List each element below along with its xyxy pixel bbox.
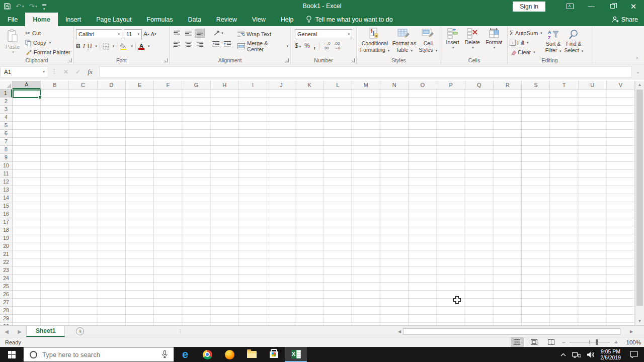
row-header-11[interactable]: 11 — [0, 170, 12, 178]
format-cells-button[interactable]: Format ▾ — [486, 28, 502, 57]
fill-color-icon[interactable] — [120, 43, 127, 50]
zoom-slider[interactable] — [570, 342, 610, 342]
increase-font-size-icon[interactable]: A▴ — [143, 31, 149, 38]
underline-dropdown[interactable]: ▾ — [95, 44, 97, 48]
comma-format-icon[interactable]: , — [313, 43, 315, 48]
row-header-19[interactable]: 19 — [0, 234, 12, 242]
start-button[interactable] — [0, 347, 23, 362]
horizontal-scrollbar[interactable]: ◀ ▶ — [396, 327, 635, 336]
row-header-23[interactable]: 23 — [0, 266, 12, 275]
column-header-m[interactable]: M — [352, 81, 380, 89]
row-header-14[interactable]: 14 — [0, 194, 12, 202]
row-header-27[interactable]: 27 — [0, 299, 12, 307]
tab-formulas[interactable]: Formulas — [139, 13, 180, 26]
page-break-preview-icon[interactable] — [545, 337, 558, 347]
underline-button[interactable]: U — [88, 43, 92, 50]
row-header-26[interactable]: 26 — [0, 291, 12, 299]
action-center-icon[interactable] — [630, 351, 638, 358]
bottom-align-icon[interactable] — [195, 29, 205, 38]
column-header-g[interactable]: G — [182, 81, 210, 89]
tab-help[interactable]: Help — [273, 13, 301, 26]
row-header-24[interactable]: 24 — [0, 275, 12, 283]
column-header-j[interactable]: J — [267, 81, 295, 89]
page-layout-view-icon[interactable] — [528, 337, 541, 347]
taskbar-app-explorer[interactable] — [240, 347, 263, 362]
conditional-formatting-button[interactable]: ≠ Conditional Formatting ▾ — [360, 28, 390, 57]
middle-align-icon[interactable] — [183, 29, 193, 38]
delete-cells-button[interactable]: Delete ▾ — [465, 28, 480, 57]
borders-icon[interactable] — [103, 43, 109, 50]
sheet-nav-right-icon[interactable]: ▶ — [13, 326, 26, 337]
currency-format-icon[interactable]: $▾ — [295, 42, 301, 49]
sort-filter-button[interactable]: AZ Sort & Filter ▾ — [545, 28, 561, 57]
taskbar-app-edge[interactable]: e — [174, 347, 196, 362]
align-center-icon[interactable] — [183, 39, 193, 48]
row-header-4[interactable]: 4 — [0, 114, 12, 122]
decrease-font-size-icon[interactable]: A▾ — [151, 31, 156, 37]
select-all-corner[interactable] — [0, 81, 13, 89]
normal-view-icon[interactable] — [511, 337, 524, 347]
row-header-18[interactable]: 18 — [0, 226, 12, 234]
cell-grid[interactable] — [13, 89, 635, 325]
horizontal-scroll-thumb[interactable] — [403, 328, 620, 335]
row-header-3[interactable]: 3 — [0, 106, 12, 114]
vertical-scroll-thumb[interactable] — [636, 89, 643, 306]
align-left-icon[interactable] — [172, 39, 182, 48]
row-header-25[interactable]: 25 — [0, 283, 12, 291]
row-header-15[interactable]: 15 — [0, 202, 12, 210]
column-header-v[interactable]: V — [607, 81, 635, 89]
row-header-7[interactable]: 7 — [0, 138, 12, 146]
column-header-o[interactable]: O — [409, 81, 437, 89]
taskbar-app-store[interactable] — [263, 347, 285, 362]
scroll-down-icon[interactable]: ▼ — [635, 317, 644, 325]
font-name-select[interactable]: Calibri▾ — [76, 29, 122, 39]
new-sheet-button[interactable]: + — [76, 327, 84, 335]
fill-color-dropdown[interactable]: ▾ — [131, 44, 133, 48]
decrease-decimal-icon[interactable]: .00→0 — [334, 41, 340, 50]
microphone-icon[interactable] — [162, 350, 168, 358]
autosum-button[interactable]: Σ AutoSum ▾ — [510, 29, 542, 37]
column-header-f[interactable]: F — [154, 81, 182, 89]
row-header-1[interactable]: 1 — [0, 89, 12, 98]
find-select-button[interactable]: Find & Select ▾ — [565, 28, 584, 57]
tab-data[interactable]: Data — [180, 13, 208, 26]
column-header-u[interactable]: U — [579, 81, 607, 89]
font-size-select[interactable]: 11▾ — [124, 29, 142, 39]
row-header-20[interactable]: 20 — [0, 242, 12, 250]
decrease-indent-icon[interactable] — [211, 39, 221, 48]
clipboard-dialog-launcher[interactable] — [68, 58, 72, 62]
column-header-n[interactable]: N — [380, 81, 409, 89]
zoom-slider-thumb[interactable] — [596, 339, 598, 345]
name-box[interactable]: A1▾ — [1, 66, 48, 77]
borders-dropdown[interactable]: ▾ — [113, 44, 115, 48]
ribbon-display-options-icon[interactable] — [559, 0, 581, 13]
row-header-29[interactable]: 29 — [0, 315, 12, 323]
font-color-icon[interactable]: A — [138, 43, 144, 50]
taskbar-app-firefox[interactable] — [218, 347, 240, 362]
bold-button[interactable]: B — [76, 43, 80, 50]
row-header-28[interactable]: 28 — [0, 307, 12, 315]
column-header-l[interactable]: L — [324, 81, 352, 89]
formula-bar-splitter[interactable]: ⋮ — [51, 68, 57, 75]
copy-button[interactable]: Copy ▾ — [25, 38, 70, 48]
row-header-10[interactable]: 10 — [0, 162, 12, 170]
row-header-6[interactable]: 6 — [0, 130, 12, 138]
font-dialog-launcher[interactable] — [164, 58, 168, 62]
taskbar-app-chrome[interactable] — [196, 347, 218, 362]
row-header-13[interactable]: 13 — [0, 186, 12, 194]
enter-icon[interactable]: ✓ — [72, 68, 84, 75]
paste-button[interactable]: Paste ▾ — [2, 28, 23, 57]
orientation-icon[interactable]: ▾ — [211, 29, 226, 38]
tab-insert[interactable]: Insert — [58, 13, 89, 26]
increase-decimal-icon[interactable]: ←.000 — [323, 41, 331, 50]
column-header-h[interactable]: H — [211, 81, 239, 89]
italic-button[interactable]: I — [83, 43, 85, 50]
tab-view[interactable]: View — [245, 13, 273, 26]
percent-format-icon[interactable]: % — [304, 42, 310, 49]
cut-button[interactable]: ✂ Cut — [25, 29, 70, 38]
number-dialog-launcher[interactable] — [351, 58, 355, 62]
column-header-i[interactable]: I — [239, 81, 267, 89]
row-header-2[interactable]: 2 — [0, 98, 12, 106]
align-right-icon[interactable] — [195, 39, 205, 48]
column-header-e[interactable]: E — [126, 81, 154, 89]
